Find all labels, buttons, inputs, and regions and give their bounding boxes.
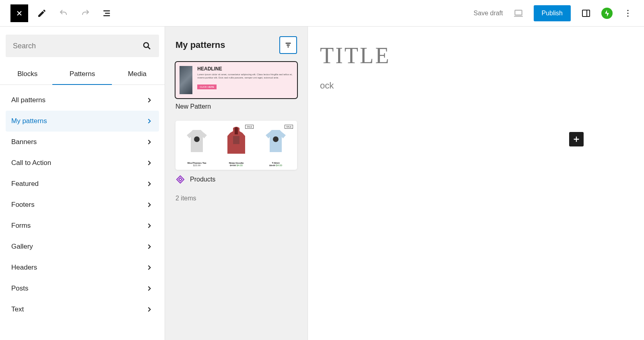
category-item[interactable]: Forms [6,215,159,236]
chevron-right-icon [145,201,153,209]
laptop-icon [513,8,524,19]
inserter-sidebar: Blocks Patterns Media All patternsMy pat… [0,27,165,340]
category-item[interactable]: Featured [6,173,159,194]
pattern-label: New Pattern [175,103,297,110]
jetpack-button[interactable] [601,8,613,19]
category-item[interactable]: All patterns [6,90,159,111]
svg-point-5 [627,15,628,16]
svg-rect-1 [582,10,590,16]
svg-point-4 [627,12,628,14]
product-item: WooThemes Tee$23.99 [179,124,215,167]
tab-patterns[interactable]: Patterns [55,65,109,84]
chevron-right-icon [145,264,153,272]
edit-button[interactable] [34,5,50,21]
svg-rect-0 [515,10,522,15]
chevron-right-icon [145,117,153,125]
chevron-right-icon [145,180,153,188]
category-item[interactable]: Footers [6,194,159,215]
chevron-right-icon [145,138,153,146]
filter-icon [284,41,293,49]
panel-title: My patterns [175,40,225,50]
options-button[interactable] [620,5,636,21]
category-list: All patternsMy patternsBannersCall to Ac… [0,85,165,340]
svg-point-3 [627,10,628,11]
inserter-tabs: Blocks Patterns Media [0,65,165,85]
pattern-card-products[interactable]: WooThemes Tee$23.99SALENinja Hoodie$4.00… [175,121,297,170]
editor-canvas[interactable]: TITLE ock [308,27,644,340]
preview-headline: HEADLINE [197,66,293,72]
category-item[interactable]: My patterns [6,111,159,132]
sidebar-icon [581,8,591,18]
svg-rect-8 [233,136,239,144]
redo-icon [80,8,90,18]
preview-image [180,66,192,94]
undo-icon [59,8,68,18]
block-placeholder-fragment[interactable]: ock [320,80,632,91]
undo-button[interactable] [56,5,72,21]
kebab-icon [623,8,633,18]
category-item[interactable]: Headers [6,257,159,278]
close-button[interactable] [10,4,28,22]
preview-button[interactable] [510,5,526,21]
category-item[interactable]: Text [6,299,159,320]
search-input[interactable] [13,42,142,50]
save-draft-button[interactable]: Save draft [474,10,503,17]
pattern-label: Products [175,175,297,184]
jetpack-icon [603,9,611,17]
product-item: SALET-Shirt$6.00 $4.00 [258,124,294,167]
chevron-right-icon [145,96,153,104]
svg-point-9 [273,136,279,142]
preview-body: Lorem ipsum dolor sit amet, consectetur … [197,73,293,80]
add-block-button[interactable] [569,132,584,146]
plus-icon [572,135,581,144]
item-count: 2 items [175,195,297,202]
synced-icon [175,175,185,184]
main-area: Blocks Patterns Media All patternsMy pat… [0,27,644,340]
pencil-icon [37,8,47,18]
category-item[interactable]: Banners [6,132,159,152]
chevron-right-icon [145,159,153,167]
tab-media[interactable]: Media [110,65,165,84]
settings-panel-button[interactable] [578,5,594,21]
outline-icon [102,8,112,18]
category-item[interactable]: Posts [6,278,159,299]
filter-button[interactable] [279,36,297,54]
tab-blocks[interactable]: Blocks [0,65,55,84]
svg-point-7 [194,136,200,142]
category-item[interactable]: Call to Action [6,152,159,173]
chevron-right-icon [145,284,153,293]
preview-cta: CLICK HERE [197,84,217,89]
redo-button[interactable] [77,5,93,21]
chevron-right-icon [145,222,153,230]
search-icon [142,41,152,51]
pattern-card-new-pattern[interactable]: HEADLINE Lorem ipsum dolor sit amet, con… [175,62,297,98]
category-item[interactable]: Gallery [6,236,159,257]
search-box[interactable] [6,35,159,57]
document-overview-button[interactable] [99,5,115,21]
chevron-right-icon [145,243,153,251]
svg-point-6 [144,43,149,47]
patterns-panel: My patterns HEADLINE Lorem ipsum dolor s… [165,27,308,340]
post-title-placeholder[interactable]: TITLE [320,43,632,68]
top-toolbar: Save draft Publish [0,0,644,27]
chevron-right-icon [145,305,153,313]
product-item: SALENinja Hoodie$4.00 $4.00 [218,124,254,167]
close-icon [15,9,23,17]
publish-button[interactable]: Publish [534,5,571,21]
